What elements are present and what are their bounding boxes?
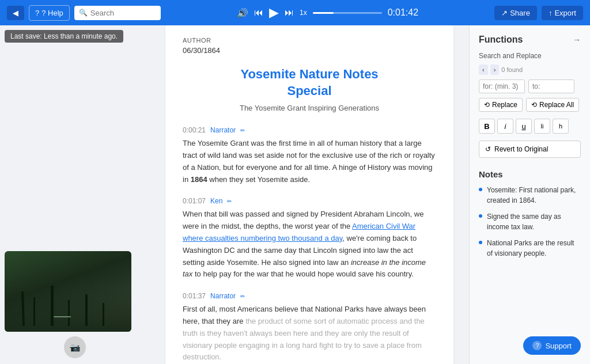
play-button[interactable]: ▶ [269, 5, 279, 20]
note-dot-1 [479, 188, 482, 191]
note-item-2: Signed the same day as income tax law. [479, 211, 581, 232]
revert-label: Revert to Original [494, 145, 548, 153]
help-label: ? Help [41, 9, 63, 17]
help-icon: ? [35, 9, 39, 17]
export-label: Export [554, 9, 576, 17]
next-result-button[interactable]: › [490, 65, 500, 75]
note-text-2: Signed the same day as income tax law. [487, 211, 581, 232]
help-button[interactable]: ? ? Help [29, 5, 70, 21]
left-video-area [0, 47, 150, 336]
replace-icon: ⟲ [484, 101, 490, 109]
segment-text-2: When that bill was passed and signed by … [183, 208, 436, 280]
replace-all-icon: ⟲ [531, 101, 537, 109]
document-title: Yosemite Nature Notes Special [183, 66, 436, 99]
notes-list: Yosemite: First national park, created i… [470, 185, 590, 264]
search-replace-nav: ‹ › 0 found [470, 65, 590, 79]
back-button[interactable]: ◀ [7, 6, 24, 20]
center-content[interactable]: Author 06/30/1864 Yosemite Nature Notes … [150, 25, 469, 364]
export-icon: ↑ [549, 9, 553, 17]
notes-title: Notes [470, 165, 590, 185]
timestamp-1: 0:00:21 [183, 126, 206, 134]
timestamp-3: 0:01:37 [183, 292, 206, 300]
right-panel: Functions → Search and Replace ‹ › 0 fou… [469, 25, 590, 364]
functions-title: Functions [479, 35, 523, 45]
topbar: ◀ ? ? Help 🔍 🔊 ⏮ ▶ ⏭ 1x 0:01:42 ↗ Share … [0, 0, 590, 25]
transcript-card: Author 06/30/1864 Yosemite Nature Notes … [165, 25, 453, 364]
replace-button[interactable]: ⟲ Replace [479, 98, 523, 112]
expand-icon[interactable]: → [573, 35, 581, 44]
topbar-left: ◀ ? ? Help 🔍 [7, 5, 161, 21]
note-text-3: National Parks are the result of visiona… [487, 238, 581, 259]
speaker-2: Ken [210, 197, 222, 205]
speed-label: 1x [300, 9, 307, 17]
speaker-1: Narrator [210, 126, 236, 134]
left-column: Last save: Less than a minute ago. 📷 [0, 25, 150, 364]
segment-2: 0:01:07 Ken ✏ When that bill was passed … [183, 197, 436, 280]
camera-off-icon: 📷 [64, 336, 86, 358]
fast-forward-button[interactable]: ⏭ [285, 7, 294, 18]
replace-all-button[interactable]: ⟲ Replace All [526, 98, 579, 112]
player-controls: 🔊 ⏮ ▶ ⏭ 1x 0:01:42 [237, 5, 418, 20]
segment-text-1: The Yosemite Grant was the first time in… [183, 138, 436, 185]
search-replace-inputs [470, 79, 590, 98]
note-text-1: Yosemite: First national park, created i… [487, 185, 581, 206]
video-thumbnail [5, 251, 131, 332]
share-button[interactable]: ↗ Share [494, 6, 537, 20]
replace-buttons: ⟲ Replace ⟲ Replace All [470, 98, 590, 116]
note-item-1: Yosemite: First national park, created i… [479, 185, 581, 206]
search-wrapper: 🔍 [74, 6, 161, 20]
search-icon: 🔍 [79, 9, 88, 17]
topbar-right: ↗ Share ↑ Export [494, 6, 583, 20]
italic-button[interactable]: i [497, 119, 513, 134]
time-display: 0:01:42 [388, 7, 418, 18]
share-label: Share [510, 9, 530, 17]
volume-button[interactable]: 🔊 [237, 7, 248, 18]
found-label: 0 found [501, 66, 523, 73]
format-buttons: B i u li h [470, 116, 590, 138]
replace-to-input[interactable] [528, 79, 574, 93]
prev-result-button[interactable]: ‹ [479, 65, 488, 75]
rewind-button[interactable]: ⏮ [254, 7, 263, 18]
note-dot-2 [479, 214, 482, 218]
export-button[interactable]: ↑ Export [542, 6, 583, 20]
edit-icon-1[interactable]: ✏ [240, 127, 245, 134]
edit-icon-2[interactable]: ✏ [227, 198, 232, 204]
main-layout: Last save: Less than a minute ago. 📷 Aut… [0, 25, 590, 364]
author-date: 06/30/1864 [183, 46, 436, 55]
search-replace-label: Search and Replace [470, 50, 590, 65]
author-label: Author [183, 37, 436, 44]
heading-button[interactable]: h [553, 119, 569, 134]
save-indicator: Last save: Less than a minute ago. [5, 30, 123, 43]
left-top: Last save: Less than a minute ago. [0, 25, 150, 47]
segment-3: 0:01:37 Narrator ✏ First of all, most Am… [183, 292, 436, 363]
segment-header-2: 0:01:07 Ken ✏ [183, 197, 436, 205]
progress-bar[interactable] [313, 12, 382, 14]
segment-text-3: First of all, most Americans believe tha… [183, 304, 436, 363]
timestamp-2: 0:01:07 [183, 197, 206, 205]
search-for-input[interactable] [479, 79, 525, 93]
segment-1: 0:00:21 Narrator ✏ The Yosemite Grant wa… [183, 126, 436, 185]
support-icon: ? [532, 341, 542, 350]
note-item-3: National Parks are the result of visiona… [479, 238, 581, 259]
revert-button[interactable]: ↺ Revert to Original [479, 141, 581, 158]
bold-button[interactable]: B [479, 119, 495, 134]
underline-button[interactable]: u [516, 119, 532, 134]
segment-header-3: 0:01:37 Narrator ✏ [183, 292, 436, 300]
document-subtitle: The Yosemite Grant Inspiring Generations [183, 104, 436, 112]
support-label: Support [545, 342, 572, 350]
share-icon: ↗ [501, 9, 508, 17]
revert-icon: ↺ [485, 145, 491, 153]
edit-icon-3[interactable]: ✏ [240, 293, 245, 299]
functions-header: Functions → [470, 25, 590, 50]
list-button[interactable]: li [534, 119, 550, 134]
note-dot-3 [479, 241, 482, 244]
speaker-3: Narrator [210, 292, 236, 300]
support-button[interactable]: ? Support [523, 336, 581, 355]
segment-header-1: 0:00:21 Narrator ✏ [183, 126, 436, 134]
